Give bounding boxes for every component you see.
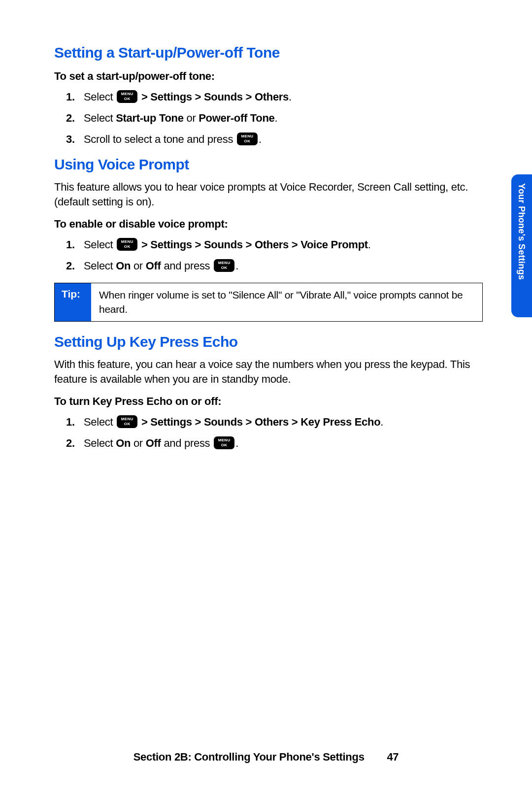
steps-list: 1. Select > Settings > Sounds > Others >… [54,414,483,451]
step-tail: . [368,238,371,251]
step-bold: Start-up Tone [116,112,183,124]
menu-ok-icon [117,415,137,428]
step-tail: . [275,112,278,124]
tip-box: Tip: When ringer volume is set to "Silen… [54,283,483,322]
step-text: Select [84,260,116,272]
menu-ok-icon [214,436,234,449]
step-text: Select [84,416,116,428]
step-bold: > Settings > Sounds > Others [138,91,289,103]
step-bold: On [116,437,131,449]
menu-ok-icon [117,238,137,251]
side-tab-label: Your Phone's Settings [516,183,527,280]
step-text: Select [84,238,116,251]
subheading: To turn Key Press Echo on or off: [54,395,483,408]
step-item: 2. Select On or Off and press . [54,258,483,274]
step-item: 1. Select > Settings > Sounds > Others >… [54,414,483,430]
steps-list: 1. Select > Settings > Sounds > Others >… [54,236,483,274]
step-text: Select [84,437,116,449]
step-item: 1. Select > Settings > Sounds > Others. [54,89,483,105]
step-bold: Power-off Tone [199,112,274,124]
side-tab: Your Phone's Settings [511,174,532,317]
step-bold: Off [146,437,161,449]
step-bold: > Settings > Sounds > Others > Voice Pro… [138,238,368,251]
step-tail: . [235,437,238,449]
step-mid: or [131,437,146,449]
step-tail: . [235,260,238,272]
step-item: 2. Select Start-up Tone or Power-off Ton… [54,110,483,126]
step-tail2: and press [161,437,213,449]
menu-ok-icon [117,90,137,103]
step-tail2: and press [161,260,213,272]
step-bold: On [116,260,131,272]
step-text: Scroll to select a tone and press [84,133,236,145]
step-tail: . [380,416,383,428]
heading-startup-tone: Setting a Start-up/Power-off Tone [54,44,483,61]
intro-text: With this feature, you can hear a voice … [54,357,483,386]
menu-ok-icon [214,259,234,272]
intro-text: This feature allows you to hear voice pr… [54,180,483,209]
step-item: 2. Select On or Off and press . [54,435,483,451]
step-mid: or [131,260,146,272]
page-content: Setting a Start-up/Power-off Tone To set… [0,0,532,451]
step-text: Select [84,112,116,124]
tip-label: Tip: [55,283,91,321]
subheading: To enable or disable voice prompt: [54,218,483,231]
step-mid: or [184,112,199,124]
step-bold: > Settings > Sounds > Others > Key Press… [138,416,380,428]
step-text: Select [84,91,116,103]
heading-voice-prompt: Using Voice Prompt [54,156,483,173]
menu-ok-icon [237,133,258,145]
page-footer: Section 2B: Controlling Your Phone's Set… [0,751,532,764]
step-item: 1. Select > Settings > Sounds > Others >… [54,236,483,253]
step-tail: . [289,91,292,103]
subheading: To set a start-up/power-off tone: [54,70,483,83]
step-bold: Off [146,260,161,272]
footer-text: Section 2B: Controlling Your Phone's Set… [133,751,365,763]
page-number: 47 [387,751,399,764]
heading-key-press-echo: Setting Up Key Press Echo [54,333,483,350]
step-tail: . [259,133,262,145]
step-item: 3. Scroll to select a tone and press . [54,131,483,147]
tip-text: When ringer volume is set to "Silence Al… [91,283,482,321]
steps-list: 1. Select > Settings > Sounds > Others. … [54,89,483,147]
